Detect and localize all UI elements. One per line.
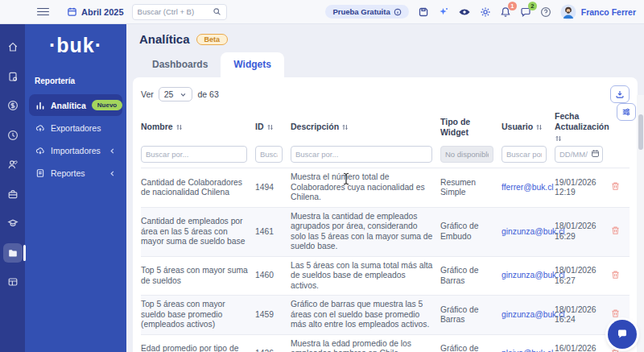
chat-bubble-icon <box>616 328 629 341</box>
download-button[interactable] <box>610 85 630 103</box>
trial-label: Prueba Gratuita <box>332 7 390 16</box>
bar-chart-icon <box>35 101 45 110</box>
table-row: Cantidad de Colaboradores de nacionalida… <box>141 168 630 207</box>
sidebar-item-label: Importadores <box>51 146 103 155</box>
table-header: Nombre ID Descripción Tipo de Widget Usu… <box>141 110 630 146</box>
widget-type: Gráfico de Barras <box>440 344 502 352</box>
column-header-usuario[interactable]: Usuario <box>502 122 555 132</box>
filter-usuario-input[interactable] <box>502 146 547 163</box>
ai-sparkles-icon[interactable] <box>438 6 449 18</box>
main-content: Analítica Beta Dashboards Widgets Ver 25… <box>126 24 644 352</box>
column-header-descripcion[interactable]: Descripción <box>291 122 440 132</box>
delete-icon[interactable] <box>611 270 620 280</box>
widget-user-link[interactable]: pleiva@buk.cl <box>502 349 555 352</box>
buk-logo: ·buk· <box>25 24 126 70</box>
tab-dashboards[interactable]: Dashboards <box>139 52 221 77</box>
widget-name: Top 5 áreas con mayor suma de sueldos <box>141 266 255 286</box>
column-header-id[interactable]: ID <box>255 122 291 132</box>
widget-id: 1494 <box>255 183 291 193</box>
sort-icon <box>266 123 274 131</box>
widget-user-link[interactable]: ginzunza@buk.cl <box>502 271 555 281</box>
column-settings-button[interactable] <box>617 103 636 121</box>
trial-badge[interactable]: Prueba Gratuita <box>325 5 408 19</box>
delete-icon[interactable] <box>611 226 620 235</box>
chevron-left-icon <box>109 147 116 155</box>
widget-type: Gráfico de Embudo <box>440 222 502 242</box>
filter-id-input[interactable] <box>255 146 283 163</box>
tasks-icon[interactable] <box>3 67 23 86</box>
widget-id: 1426 <box>255 349 291 352</box>
page-size-value: 25 <box>164 89 174 99</box>
notification-count-badge: 1 <box>508 2 517 10</box>
widget-description: Gráfico de barras que muestra las 5 área… <box>291 300 440 330</box>
chat-fab-button[interactable] <box>608 320 637 349</box>
table-row: Cantidad de empleados por área en las 5 … <box>141 207 630 256</box>
sidebar-item-reportes[interactable]: Reportes <box>29 163 122 184</box>
sidebar-section-label: Reportería <box>25 70 126 93</box>
widget-description: Muestra la cantidad de empleados agrupad… <box>291 212 440 252</box>
gear-icon[interactable] <box>480 6 491 18</box>
widget-user-link[interactable]: ginzunza@buk.cl <box>502 227 555 238</box>
table-row: Top 5 áreas con mayor sueldo base promed… <box>141 295 630 334</box>
widget-updated: 18/01/202616:24 <box>555 305 611 325</box>
global-search-input[interactable] <box>138 7 209 16</box>
table-body: Cantidad de Colaboradores de nacionalida… <box>141 168 630 352</box>
page-size-select[interactable]: 25 <box>159 87 193 101</box>
eye-icon[interactable] <box>458 6 471 18</box>
filter-row <box>141 146 630 168</box>
scrollbar-thumb[interactable] <box>638 114 643 150</box>
save-icon[interactable] <box>418 6 429 18</box>
widget-updated: 19/01/202612:19 <box>555 178 611 198</box>
sort-icon <box>555 135 562 143</box>
home-icon[interactable] <box>3 37 23 56</box>
benefits-icon[interactable] <box>3 184 23 204</box>
time-icon[interactable] <box>3 126 23 145</box>
messages-icon[interactable]: 2 <box>520 6 531 18</box>
user-name: Franco Ferrer <box>581 7 636 17</box>
payroll-icon[interactable] <box>3 96 23 115</box>
widget-id: 1461 <box>255 227 291 238</box>
filter-fecha-input[interactable] <box>555 146 603 163</box>
sidebar-item-analitica[interactable]: Analítica Nuevo <box>29 94 122 116</box>
filter-nombre-input[interactable] <box>141 146 247 163</box>
notifications-bell-icon[interactable]: 1 <box>500 6 511 18</box>
delete-icon[interactable] <box>611 309 620 318</box>
global-search[interactable] <box>132 4 227 20</box>
filter-descripcion-input[interactable] <box>291 146 432 163</box>
widget-user-link[interactable]: fferrer@buk.cl <box>502 183 555 193</box>
sidebar-item-label: Analítica <box>51 101 86 110</box>
widget-description: Muestra la edad promedio de los empleado… <box>291 339 440 352</box>
widget-type: Gráfico de Barras <box>440 266 502 286</box>
widget-updated: 18/01/202616:29 <box>555 222 611 242</box>
column-header-tipo: Tipo de Widget <box>440 117 502 138</box>
user-menu[interactable]: Franco Ferrer <box>560 4 636 20</box>
learning-icon[interactable] <box>3 213 23 233</box>
sidebar-item-label: Exportadores <box>51 123 116 133</box>
pager-total-label: de 63 <box>197 89 218 99</box>
widget-description: Muestra el número total de Colaboradores… <box>291 172 440 203</box>
tab-widgets[interactable]: Widgets <box>221 52 284 77</box>
download-icon <box>615 89 625 99</box>
talent-icon[interactable] <box>3 155 23 174</box>
cloud-upload-icon <box>35 123 45 133</box>
period-label: Abril 2025 <box>81 7 124 17</box>
period-selector[interactable]: Abril 2025 <box>67 6 124 17</box>
widget-user-link[interactable]: ginzunza@buk.cl <box>502 310 555 321</box>
admin-icon[interactable] <box>3 272 23 292</box>
help-icon[interactable] <box>540 6 551 18</box>
sidebar-item-label: Reportes <box>51 168 103 178</box>
scrollbar-track[interactable] <box>637 95 644 352</box>
table-row: Top 5 áreas con mayor suma de sueldos 14… <box>141 256 630 296</box>
chevron-down-icon <box>180 91 187 98</box>
column-header-nombre[interactable]: Nombre <box>141 122 255 132</box>
page-title: Analítica <box>139 32 190 46</box>
icon-rail <box>0 24 25 352</box>
search-icon <box>213 7 221 16</box>
column-header-fecha[interactable]: Fecha Actualización <box>555 111 611 143</box>
delete-icon[interactable] <box>611 181 620 191</box>
menu-icon[interactable] <box>37 6 49 18</box>
sidebar-item-exportadores[interactable]: Exportadores <box>29 118 122 139</box>
sidebar-item-importadores[interactable]: Importadores <box>29 140 122 161</box>
reports-folder-icon[interactable] <box>3 243 23 263</box>
sort-icon <box>175 123 183 131</box>
